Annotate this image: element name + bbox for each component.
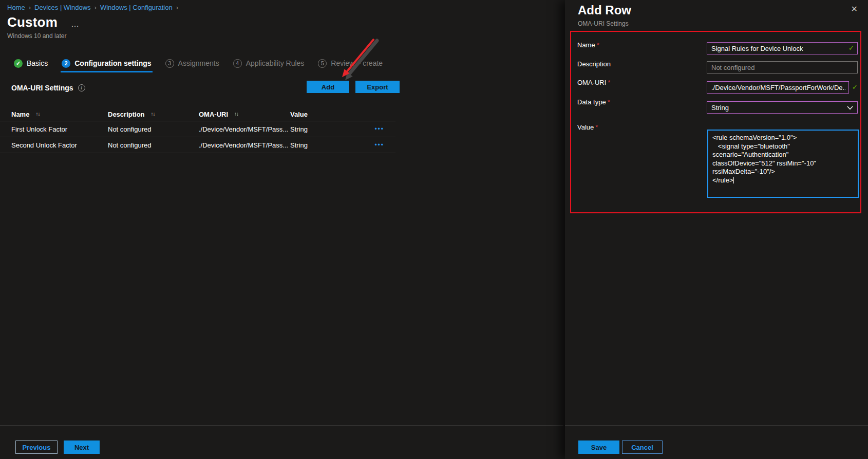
panel-footer-divider <box>565 425 868 426</box>
column-header-value: Value <box>290 111 369 118</box>
cell-oma-uri: ./Device/Vendor/MSFT/Pass... <box>199 125 290 133</box>
column-header-oma-uri[interactable]: OMA-URI↑↓ <box>199 111 290 118</box>
breadcrumb-separator-icon: › <box>176 4 178 11</box>
sort-icon[interactable]: ↑↓ <box>151 111 155 117</box>
row-actions-icon[interactable]: ••• <box>374 141 384 149</box>
breadcrumb-devices-windows[interactable]: Devices | Windows <box>34 4 91 11</box>
data-type-field-label: Data type <box>577 98 606 106</box>
required-marker: * <box>608 98 610 106</box>
info-icon[interactable]: i <box>78 84 85 91</box>
save-button[interactable]: Save <box>578 440 619 454</box>
sort-icon[interactable]: ↑↓ <box>234 111 238 117</box>
value-textarea[interactable]: <rule schemaVersion="1.0"> <signal type=… <box>707 130 859 198</box>
close-icon[interactable]: ✕ <box>851 4 858 14</box>
required-marker: * <box>595 123 598 131</box>
next-button[interactable]: Next <box>64 440 100 454</box>
cell-name: First Unlock Factor <box>11 125 108 133</box>
tab-configuration-settings[interactable]: 2 Configuration settings <box>62 59 151 68</box>
page-subtitle: Windows 10 and later <box>7 32 66 40</box>
panel-title: Add Row <box>578 3 631 17</box>
footer-divider <box>0 425 563 426</box>
oma-uri-field-label: OMA-URI <box>577 79 606 86</box>
tab-review-create[interactable]: 5 Review + create <box>318 59 383 68</box>
tab-applicability-rules[interactable]: 4 Applicability Rules <box>233 59 305 68</box>
value-field-label: Value <box>577 123 594 131</box>
cell-oma-uri: ./Device/Vendor/MSFT/Pass... <box>199 141 290 149</box>
tab-label: Review + create <box>331 59 383 67</box>
step-complete-check-icon: ✓ <box>14 59 23 68</box>
table-header-row: Name↑↓ Description↑↓ OMA-URI↑↓ Value <box>0 108 395 121</box>
data-type-selected-value: String <box>711 104 729 112</box>
cell-description: Not configured <box>108 125 199 133</box>
page-title: Custom <box>7 14 58 30</box>
tab-label: Configuration settings <box>74 59 151 67</box>
oma-uri-table: Name↑↓ Description↑↓ OMA-URI↑↓ Value Fir… <box>0 108 395 153</box>
row-actions-icon[interactable]: ••• <box>374 125 384 133</box>
cell-name: Second Unlock Factor <box>11 141 108 149</box>
name-input[interactable] <box>707 42 858 54</box>
name-field-label: Name <box>577 41 595 49</box>
valid-check-icon: ✓ <box>852 83 858 91</box>
wizard-steps: ✓ Basics 2 Configuration settings 3 Assi… <box>14 57 383 70</box>
step-number-icon: 5 <box>318 59 327 68</box>
cancel-button[interactable]: Cancel <box>622 440 663 454</box>
tab-basics[interactable]: ✓ Basics <box>14 59 48 68</box>
breadcrumb-windows-configuration[interactable]: Windows | Configuration <box>100 4 173 11</box>
chevron-down-icon <box>847 106 853 110</box>
description-input[interactable] <box>707 61 858 74</box>
oma-uri-settings-heading: OMA-URI Settings <box>11 84 73 92</box>
add-button[interactable]: Add <box>307 81 349 93</box>
more-menu-icon[interactable]: … <box>71 16 80 29</box>
add-row-panel: Add Row OMA-URI Settings ✕ Name* ✓ Descr… <box>565 0 868 459</box>
cell-description: Not configured <box>108 141 199 149</box>
table-row[interactable]: Second Unlock Factor Not configured ./De… <box>0 137 395 153</box>
step-number-icon: 2 <box>62 59 70 68</box>
export-button[interactable]: Export <box>355 81 400 93</box>
cell-value: String <box>290 141 369 149</box>
description-field-label: Description <box>577 60 611 68</box>
intune-custom-profile-page: Home › Devices | Windows › Windows | Con… <box>0 0 868 459</box>
column-header-description[interactable]: Description↑↓ <box>108 111 199 118</box>
data-type-dropdown[interactable]: String <box>707 101 858 114</box>
breadcrumb-home[interactable]: Home <box>7 4 25 11</box>
step-number-icon: 3 <box>165 59 174 68</box>
oma-uri-input[interactable] <box>707 81 849 94</box>
previous-button[interactable]: Previous <box>15 440 58 454</box>
tab-label: Basics <box>27 59 48 67</box>
breadcrumb-separator-icon: › <box>29 4 31 11</box>
step-number-icon: 4 <box>233 59 242 68</box>
breadcrumb: Home › Devices | Windows › Windows | Con… <box>7 4 178 11</box>
table-row[interactable]: First Unlock Factor Not configured ./Dev… <box>0 121 395 137</box>
required-marker: * <box>608 79 610 86</box>
column-header-name[interactable]: Name↑↓ <box>11 111 108 118</box>
breadcrumb-separator-icon: › <box>95 4 97 11</box>
cell-value: String <box>290 125 369 133</box>
main-content: Home › Devices | Windows › Windows | Con… <box>0 0 565 459</box>
sort-icon[interactable]: ↑↓ <box>35 111 40 117</box>
tab-label: Applicability Rules <box>246 59 305 67</box>
required-marker: * <box>597 41 599 49</box>
tab-assignments[interactable]: 3 Assignments <box>165 59 219 68</box>
panel-subtitle: OMA-URI Settings <box>578 20 629 27</box>
tab-label: Assignments <box>178 59 219 67</box>
